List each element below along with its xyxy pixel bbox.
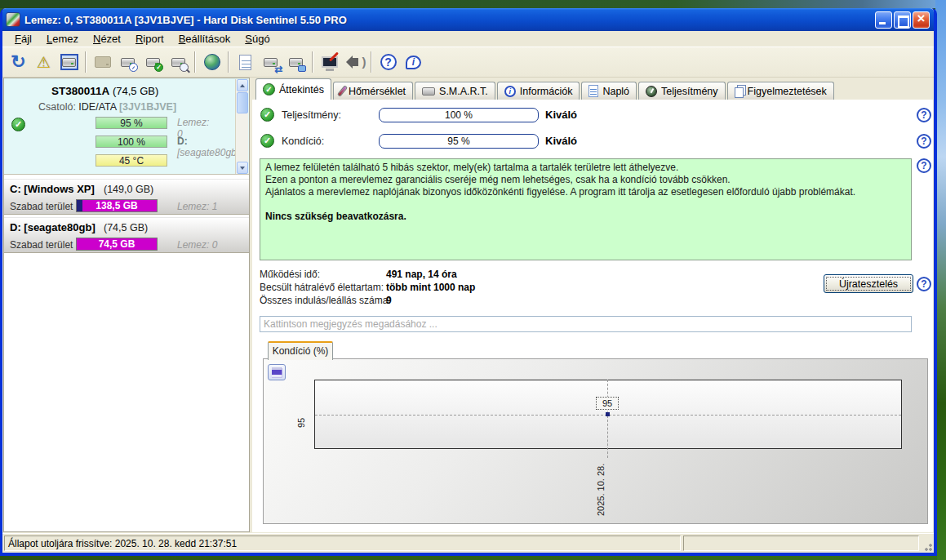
app-icon	[6, 12, 20, 27]
tab-information[interactable]: iInformációk	[497, 82, 580, 100]
retest-button[interactable]: Újratesztelés	[824, 274, 913, 293]
main-panel: ✓Áttekintés Hőmérséklet S.M.A.R.T. iInfo…	[252, 78, 933, 532]
performance-note: D: [seagate80gb]	[177, 136, 239, 158]
toolbar-separator	[312, 51, 313, 73]
disk-interface: Csatoló: IDE/ATA [3JV1BJVE]	[38, 101, 176, 113]
scroll-thumb[interactable]	[237, 92, 248, 113]
menu-help[interactable]: Súgó	[238, 31, 277, 47]
toolbar: ↻ ⚠ ✓ ⇄	[2, 47, 934, 78]
partition-card-d[interactable]: D: [seagate80gb] (74,5 GB) Szabad terüle…	[4, 217, 249, 253]
client-area: ST380011A (74,5 GB) Csatoló: IDE/ATA [3J…	[2, 78, 934, 533]
titlebar[interactable]: Lemez: 0, ST380011A [3JV1BJVE] - Hard Di…	[2, 8, 934, 31]
comment-input[interactable]	[260, 316, 912, 332]
help-icon[interactable]: ?	[375, 50, 401, 74]
disk-detect-icon[interactable]	[56, 50, 82, 74]
help-icon[interactable]: ?	[917, 108, 931, 122]
toolbar-separator	[228, 51, 229, 73]
tabs-row: ✓Áttekintés Hőmérséklet S.M.A.R.T. iInfo…	[252, 78, 933, 100]
health-rating: Kiváló	[545, 135, 577, 147]
tab-temperature[interactable]: Hőmérséklet	[333, 82, 413, 100]
close-button[interactable]	[913, 11, 930, 29]
partition-card-c[interactable]: C: [Windows XP] (149,0 GB) Szabad terüle…	[4, 179, 249, 215]
problem-report-icon[interactable]: ⚠	[31, 50, 56, 74]
help-icon[interactable]: ?	[917, 134, 931, 149]
minimize-button[interactable]	[875, 11, 892, 29]
disk-accept-icon[interactable]: ✓	[140, 50, 166, 74]
tab-alerts[interactable]: Figyelmeztetések	[727, 82, 834, 100]
menu-report[interactable]: Riport	[128, 31, 171, 47]
menu-settings[interactable]: Beállítások	[171, 31, 238, 47]
chart-point-label: 95	[596, 397, 619, 410]
info-icon: i	[504, 86, 516, 97]
network-scan-icon[interactable]	[199, 50, 224, 74]
overview-content: ✓ Teljesítmény: 100 % Kiváló ? ✓ Kondíci…	[252, 100, 933, 532]
tab-overview[interactable]: ✓Áttekintés	[255, 78, 331, 100]
sidebar-scrollbar[interactable]	[235, 79, 248, 174]
disk-status-ok-icon: ✓	[11, 118, 25, 131]
thermometer-icon	[337, 85, 348, 97]
disk-serial: [3JV1BJVE]	[119, 101, 176, 113]
ok-status-icon: ✓	[260, 108, 274, 122]
menu-disk[interactable]: Lemez	[39, 31, 86, 47]
desktop: Lemez: 0, ST380011A [3JV1BJVE] - Hard Di…	[0, 0, 946, 560]
disk-name: ST380011A	[51, 85, 109, 97]
help-icon[interactable]: ?	[917, 158, 931, 173]
desktop-wallpaper-top	[0, 0, 937, 8]
disk-schedule-icon[interactable]	[115, 50, 140, 74]
free-space-bar: 74,5 GB	[76, 238, 158, 251]
save-chart-icon[interactable]	[268, 364, 286, 380]
health-bar: 95 %	[95, 117, 167, 129]
health-history-chart: 95 95 2025. 10. 28.	[263, 358, 928, 524]
desktop-wallpaper-bottom	[0, 556, 937, 560]
sync-data-icon[interactable]: ⇄	[258, 50, 283, 74]
status-cell-secondary	[683, 536, 919, 551]
about-info-icon[interactable]: i	[401, 50, 426, 74]
pages-icon	[735, 87, 744, 98]
menu-file[interactable]: Fájl	[7, 31, 39, 47]
tab-smart[interactable]: S.M.A.R.T.	[415, 82, 495, 100]
free-space-bar: 138,5 GB	[76, 199, 158, 212]
resize-grip[interactable]	[922, 540, 932, 551]
refresh-icon[interactable]: ↻	[6, 50, 31, 74]
status-bar: Állapot utoljára frissítve: 2025. 10. 28…	[2, 533, 934, 553]
chart-tab-kondicio[interactable]: Kondíció (%)	[268, 341, 333, 360]
desktop-config-icon[interactable]	[317, 50, 342, 74]
scroll-up-button[interactable]	[237, 79, 248, 91]
chart-y-tick: 95	[296, 400, 306, 428]
health-message-box: A lemez felületén található 5 hibás szek…	[260, 158, 912, 260]
sound-alerts-icon[interactable]	[342, 50, 367, 74]
document-icon	[588, 85, 598, 97]
stat-remaining-lifetime: Becsült hátralévő élettartam: több mint …	[260, 282, 384, 295]
ok-status-icon: ✓	[260, 134, 274, 148]
window-title: Lemez: 0, ST380011A [3JV1BJVE] - Hard Di…	[24, 14, 875, 26]
help-icon[interactable]: ?	[917, 277, 931, 291]
menu-bar: Fájl Lemez Nézet Riport Beállítások Súgó	[2, 31, 934, 47]
tab-performance[interactable]: Teljesítmény	[638, 82, 725, 100]
status-text: Állapot utoljára frissítve: 2025. 10. 28…	[4, 536, 681, 551]
maximize-button[interactable]	[894, 11, 911, 29]
gauge-icon	[646, 86, 657, 97]
check-icon: ✓	[263, 83, 275, 96]
tab-log[interactable]: Napló	[581, 82, 637, 100]
toolbar-separator	[371, 51, 372, 73]
chart-x-tick: 2025. 10. 28.	[596, 452, 606, 516]
disk-analyze-icon[interactable]	[166, 50, 191, 74]
menu-view[interactable]: Nézet	[86, 31, 128, 47]
temperature-bar: 45 °C	[95, 154, 167, 167]
message-line: Ezen a ponton a merevlemez garanciális c…	[265, 174, 906, 186]
stat-start-stop-count: Összes indulás/leállás száma: 9	[260, 295, 391, 308]
scroll-down-button[interactable]	[237, 162, 248, 174]
disk-summary-card[interactable]: ST380011A (74,5 GB) Csatoló: IDE/ATA [3J…	[4, 78, 249, 175]
message-line: A lemez felületén található 5 hibás szek…	[265, 162, 906, 174]
message-action: Nincs szükség beavatkozásra.	[265, 211, 906, 223]
disk-size: (74,5 GB)	[113, 85, 158, 97]
chart-data-point	[606, 412, 610, 416]
performance-bar: 100 %	[95, 136, 167, 148]
performance-row: ✓ Teljesítmény: 100 % Kiváló ?	[252, 108, 933, 122]
report-icon[interactable]	[233, 50, 258, 74]
app-window: Lemez: 0, ST380011A [3JV1BJVE] - Hard Di…	[0, 8, 937, 556]
toolbar-separator	[85, 51, 87, 73]
network-disk-icon[interactable]	[283, 50, 309, 74]
performance-rating: Kiváló	[545, 109, 577, 121]
disabled-action-icon	[90, 50, 115, 74]
